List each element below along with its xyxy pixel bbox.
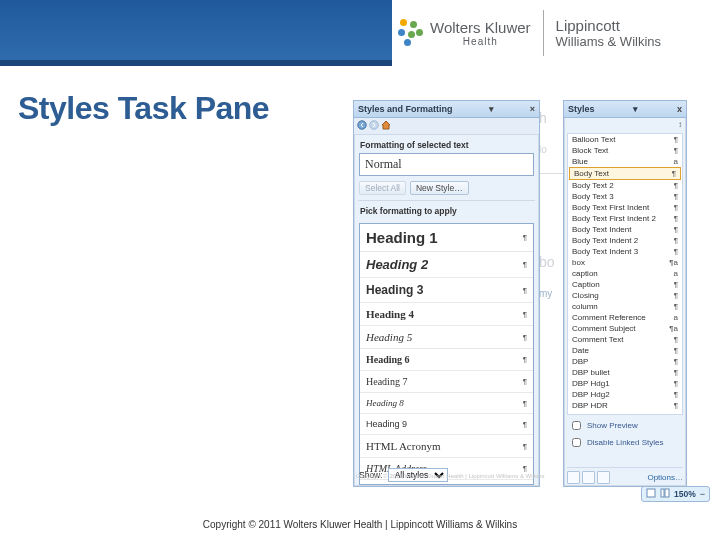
- style-entry[interactable]: column¶: [568, 301, 682, 312]
- pane-header[interactable]: Styles and Formatting ▾ ×: [354, 101, 539, 118]
- svg-rect-2: [647, 489, 655, 497]
- style-entry[interactable]: DBP HDR¶: [568, 400, 682, 411]
- style-option[interactable]: Heading 5: [360, 326, 533, 349]
- zoom-value: 150%: [674, 489, 696, 499]
- style-entry[interactable]: Block Text¶: [568, 145, 682, 156]
- pane-header-2[interactable]: Styles ▾ x: [564, 101, 686, 118]
- style-entry[interactable]: captiona: [568, 268, 682, 279]
- style-entry[interactable]: Body Text¶: [569, 167, 681, 180]
- style-entry[interactable]: Body Text 3¶: [568, 191, 682, 202]
- clear-all-icon[interactable]: ↕: [678, 120, 682, 129]
- style-entry[interactable]: Body Text First Indent 2¶: [568, 213, 682, 224]
- pane-title-2: Styles: [568, 104, 595, 114]
- brand-bar: Wolters Kluwer Health Lippincott William…: [392, 0, 720, 66]
- style-option[interactable]: Heading 4: [360, 303, 533, 326]
- forward-icon[interactable]: [369, 120, 379, 132]
- style-entry[interactable]: Bluea: [568, 156, 682, 167]
- style-entry[interactable]: DBP Hdg2¶: [568, 389, 682, 400]
- style-entry[interactable]: Comment Referencea: [568, 312, 682, 323]
- style-option[interactable]: Heading 6: [360, 349, 533, 371]
- brand-lww1: Lippincott: [556, 17, 661, 34]
- style-entry[interactable]: Body Text Indent¶: [568, 224, 682, 235]
- zoom-status[interactable]: 150% −: [641, 486, 710, 502]
- close-icon-2[interactable]: x: [677, 104, 682, 114]
- view-icon[interactable]: [646, 488, 656, 500]
- style-entry[interactable]: Comment Text¶: [568, 334, 682, 345]
- pane-title: Styles and Formatting: [358, 104, 453, 114]
- style-entry[interactable]: Body Text Indent 3¶: [568, 246, 682, 257]
- style-entry[interactable]: Body Text 2¶: [568, 180, 682, 191]
- style-option[interactable]: Heading 9: [360, 414, 533, 435]
- style-entry[interactable]: DBP¶: [568, 356, 682, 367]
- brand-wk: Wolters Kluwer: [430, 19, 531, 36]
- header-blue-box: [0, 0, 392, 66]
- back-icon[interactable]: [357, 120, 367, 132]
- style-entry[interactable]: Date¶: [568, 345, 682, 356]
- select-all-button[interactable]: Select All: [359, 181, 406, 195]
- style-list[interactable]: Heading 1Heading 2Heading 3Heading 4Head…: [359, 223, 534, 485]
- embedded-copyright: Copyright © 2011 Wolters Kluwer Health |…: [356, 473, 545, 479]
- svg-rect-3: [661, 489, 664, 497]
- style-option[interactable]: Heading 2: [360, 252, 533, 278]
- svg-point-0: [358, 121, 366, 129]
- brand-lww2: Williams & Wilkins: [556, 34, 661, 49]
- home-icon[interactable]: [381, 120, 391, 132]
- style-entry[interactable]: DBP Hdg1¶: [568, 378, 682, 389]
- page-title: Styles Task Pane: [18, 90, 269, 127]
- style-entry[interactable]: box¶a: [568, 257, 682, 268]
- selected-style-box[interactable]: Normal: [359, 153, 534, 176]
- style-option[interactable]: Heading 8: [360, 393, 533, 414]
- view-icon-2[interactable]: [660, 488, 670, 500]
- zoom-minus-icon[interactable]: −: [700, 489, 705, 499]
- style-option[interactable]: Heading 7: [360, 371, 533, 393]
- style-entry[interactable]: DBP bullet¶: [568, 367, 682, 378]
- doc-preview-fragment: h lo bo my: [539, 110, 563, 317]
- style-entry[interactable]: Body Text Indent 2¶: [568, 235, 682, 246]
- style-option[interactable]: HTML Acronym: [360, 435, 533, 458]
- style-entry[interactable]: Closing¶: [568, 290, 682, 301]
- disable-linked-checkbox[interactable]: Disable Linked Styles: [564, 434, 686, 451]
- new-style-button[interactable]: New Style…: [410, 181, 469, 195]
- style-entry[interactable]: Balloon Text¶: [568, 134, 682, 145]
- style-entry[interactable]: Body Text First Indent¶: [568, 202, 682, 213]
- manage-styles-icon[interactable]: [597, 471, 610, 484]
- brand-wk-sub: Health: [430, 36, 531, 47]
- style-entry[interactable]: Comment Subject¶a: [568, 323, 682, 334]
- close-icon[interactable]: ×: [530, 104, 535, 114]
- style-entry[interactable]: Caption¶: [568, 279, 682, 290]
- style-option[interactable]: Heading 3: [360, 278, 533, 303]
- svg-rect-4: [665, 489, 669, 497]
- section-pick: Pick formatting to apply: [354, 201, 539, 219]
- new-style-icon[interactable]: [567, 471, 580, 484]
- wk-logo-icon: [398, 19, 426, 47]
- section-selected: Formatting of selected text: [354, 135, 539, 153]
- svg-point-1: [370, 121, 378, 129]
- options-link[interactable]: Options…: [647, 473, 683, 482]
- styles-list[interactable]: Balloon Text¶Block Text¶BlueaBody Text¶B…: [567, 133, 683, 415]
- styles-formatting-pane: Styles and Formatting ▾ × Formatting of …: [353, 100, 540, 487]
- styles-pane: Styles ▾ x ↕ Balloon Text¶Block Text¶Blu…: [563, 100, 687, 487]
- footer-copyright: Copyright © 2011 Wolters Kluwer Health |…: [0, 519, 720, 530]
- show-preview-checkbox[interactable]: Show Preview: [564, 417, 686, 434]
- style-inspector-icon[interactable]: [582, 471, 595, 484]
- style-option[interactable]: Heading 1: [360, 224, 533, 252]
